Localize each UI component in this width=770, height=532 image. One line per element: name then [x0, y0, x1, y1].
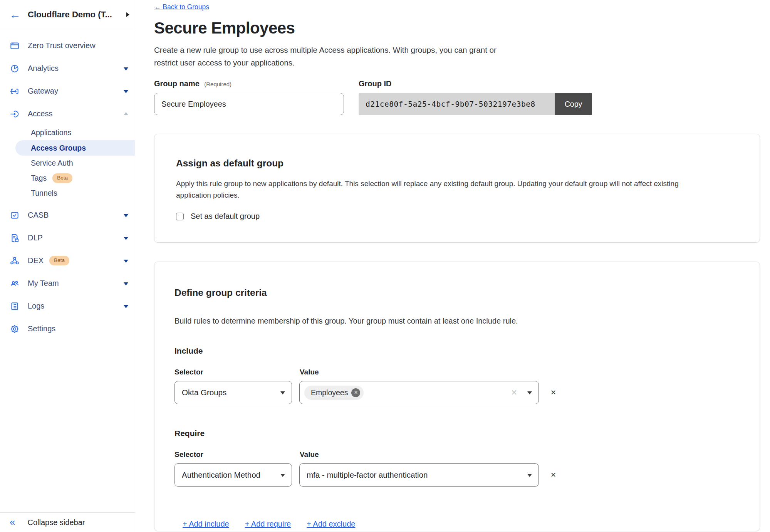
sidebar-item-access-groups[interactable]: Access Groups: [15, 140, 135, 156]
sidebar: ← Cloudflare Demo (T... Zero Trust overv…: [0, 0, 135, 532]
sidebar-item-tags[interactable]: Tags Beta: [0, 171, 135, 186]
sidebar-item-analytics[interactable]: Analytics: [0, 57, 135, 80]
card-title: Define group criteria: [174, 287, 740, 298]
pie-chart-icon: [10, 64, 20, 74]
sidebar-item-label: DLP: [28, 233, 43, 242]
value-label: Value: [300, 450, 319, 459]
collapse-icon: «: [10, 519, 15, 525]
require-rule-row: Authentication Method mfa - multiple-fac…: [174, 463, 740, 487]
chevron-down-icon: [124, 237, 128, 240]
document-lock-icon: [10, 233, 20, 243]
group-meta-row: Group name (Required) Group ID d21ce80f-…: [154, 79, 760, 115]
group-name-input[interactable]: [154, 93, 344, 115]
sidebar-item-tunnels[interactable]: Tunnels: [0, 186, 135, 201]
access-icon: [10, 109, 20, 119]
add-require-link[interactable]: + Add require: [245, 520, 291, 529]
sidebar-item-settings[interactable]: Settings: [0, 317, 135, 340]
sidebar-item-label: Analytics: [28, 64, 59, 73]
set-default-group-label: Set as default group: [191, 212, 260, 221]
sidebar-item-gateway[interactable]: Gateway: [0, 80, 135, 102]
require-value-dropdown[interactable]: mfa - multiple-factor authentication: [299, 463, 539, 487]
chevron-down-icon: [124, 90, 128, 93]
set-default-group-checkbox[interactable]: [176, 213, 184, 220]
main-content: ← Back to Groups Secure Employees Create…: [135, 0, 770, 532]
chip-remove-icon[interactable]: ✕: [351, 388, 360, 397]
chevron-down-icon: [124, 260, 128, 263]
sidebar-item-dex[interactable]: DEX Beta: [0, 249, 135, 272]
sidebar-item-label: Gateway: [28, 87, 58, 96]
value-label: Value: [300, 368, 319, 376]
sidebar-item-label: Access Groups: [31, 144, 86, 153]
selector-label: Selector: [174, 450, 300, 459]
access-subnav: Applications Access Groups Service Auth …: [0, 125, 135, 201]
logs-icon: [10, 301, 20, 311]
sidebar-item-access[interactable]: Access: [0, 102, 135, 125]
back-arrow-icon[interactable]: ←: [9, 9, 21, 20]
sidebar-item-my-team[interactable]: My Team: [0, 272, 135, 295]
require-column-labels: Selector Value: [174, 450, 740, 459]
collapse-sidebar-button[interactable]: « Collapse sidebar: [0, 512, 135, 532]
value-text: mfa - multiple-factor authentication: [307, 470, 428, 480]
sidebar-item-label: CASB: [28, 211, 49, 220]
rule-actions: + Add include + Add require + Add exclud…: [174, 520, 740, 529]
beta-badge: Beta: [49, 256, 69, 265]
sidebar-item-casb[interactable]: CASB: [0, 204, 135, 227]
sidebar-item-label: DEX: [28, 256, 44, 265]
define-group-criteria-card: Define group criteria Build rules to det…: [154, 262, 760, 531]
chevron-down-icon: [527, 474, 532, 477]
include-selector-dropdown[interactable]: Okta Groups: [174, 381, 292, 404]
include-rule-row: Okta Groups Employees ✕ ✕ ✕: [174, 381, 740, 404]
sidebar-item-label: Logs: [28, 302, 44, 310]
app-root: ← Cloudflare Demo (T... Zero Trust overv…: [0, 0, 770, 532]
sidebar-item-applications[interactable]: Applications: [0, 125, 135, 140]
page-title: Secure Employees: [154, 19, 760, 37]
gateway-icon: [10, 86, 20, 96]
include-value-multiselect[interactable]: Employees ✕ ✕: [299, 381, 539, 404]
sidebar-item-service-auth[interactable]: Service Auth: [0, 156, 135, 171]
sidebar-item-label: Tags: [31, 174, 47, 183]
chevron-up-icon: [124, 112, 128, 115]
value-chip: Employees ✕: [304, 386, 364, 400]
sidebar-item-label: Access: [28, 109, 52, 118]
group-id-field-group: Group ID d21ce80f-5a25-4bcf-9b07-5032197…: [359, 79, 592, 115]
assign-default-group-card: Assign as default group Apply this rule …: [154, 134, 760, 243]
sidebar-item-label: Service Auth: [31, 159, 73, 168]
sidebar-header: ← Cloudflare Demo (T...: [0, 0, 135, 29]
group-name-field-group: Group name (Required): [154, 79, 344, 115]
sidebar-item-label: My Team: [28, 279, 59, 288]
require-selector-dropdown[interactable]: Authentication Method: [174, 463, 292, 487]
network-nodes-icon: [10, 256, 20, 266]
add-exclude-link[interactable]: + Add exclude: [307, 520, 355, 529]
selector-value: Authentication Method: [182, 470, 260, 480]
remove-include-rule-icon[interactable]: ✕: [550, 388, 556, 397]
card-body-text: Build rules to determine membership of t…: [174, 317, 740, 326]
account-name: Cloudflare Demo (T...: [28, 10, 112, 20]
chevron-down-icon: [280, 474, 285, 477]
selector-label: Selector: [174, 368, 300, 376]
sidebar-nav: Zero Trust overview Analytics: [0, 29, 135, 340]
chevron-down-icon: [527, 391, 532, 394]
include-column-labels: Selector Value: [174, 368, 740, 376]
copy-button[interactable]: Copy: [555, 93, 592, 115]
remove-require-rule-icon[interactable]: ✕: [550, 471, 556, 479]
sidebar-item-logs[interactable]: Logs: [0, 295, 135, 317]
sidebar-item-zero-trust-overview[interactable]: Zero Trust overview: [0, 34, 135, 57]
card-title: Assign as default group: [176, 158, 738, 169]
sidebar-item-label: Zero Trust overview: [28, 41, 96, 50]
sidebar-item-label: Applications: [31, 128, 71, 137]
clear-values-icon[interactable]: ✕: [511, 388, 517, 397]
back-to-groups-link[interactable]: ← Back to Groups: [154, 3, 209, 11]
sidebar-item-dlp[interactable]: DLP: [0, 227, 135, 249]
add-include-link[interactable]: + Add include: [183, 520, 229, 529]
chip-label: Employees: [311, 388, 348, 397]
required-hint: (Required): [204, 81, 232, 87]
chevron-down-icon: [124, 214, 128, 217]
group-id-label: Group ID: [359, 79, 592, 88]
chevron-down-icon: [124, 67, 128, 70]
chevron-down-icon: [124, 305, 128, 308]
chevron-down-icon: [124, 282, 128, 285]
account-expander-icon[interactable]: [126, 12, 129, 17]
page-description: Create a new rule group to use across mu…: [154, 44, 501, 69]
beta-badge: Beta: [52, 173, 72, 183]
chevron-down-icon: [280, 391, 285, 394]
